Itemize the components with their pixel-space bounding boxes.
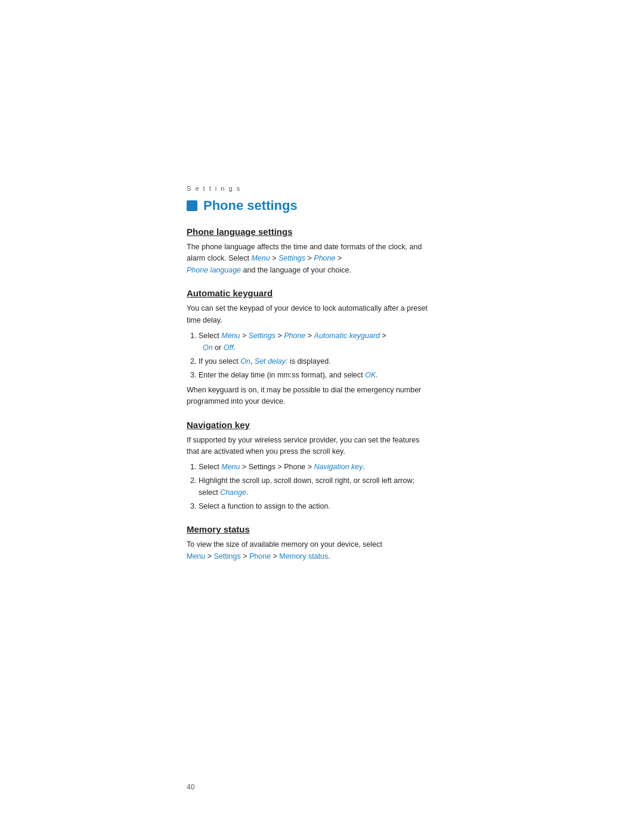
text-phone-3: Phone [284,463,305,471]
section-heading-keyguard: Automatic keyguard [187,288,431,298]
navigation-step-1: Select Menu > Settings > Phone > Navigat… [199,461,431,473]
link-phone-2[interactable]: Phone [284,332,305,340]
text-settings-3: Settings [249,463,275,471]
link-menu-2[interactable]: Menu [221,332,240,340]
navigation-step-3: Select a function to assign to the actio… [199,500,431,512]
link-on-2[interactable]: On [240,357,250,366]
link-phone-4[interactable]: Phone [249,552,271,561]
link-menu-1[interactable]: Menu [251,254,270,262]
content-area: S e t t i n g s Phone settings Phone lan… [187,185,431,574]
section-body-keyguard-intro: You can set the keypad of your device to… [187,303,431,326]
link-change[interactable]: Change [220,488,246,497]
link-automatic-keyguard[interactable]: Automatic keyguard [314,332,380,340]
keyguard-steps: Select Menu > Settings > Phone > Automat… [187,330,431,381]
section-phone-language: Phone language settings The phone langua… [187,227,431,276]
section-body-memory: To view the size of available memory on … [187,539,431,562]
link-settings-4[interactable]: Settings [214,552,241,561]
keyguard-step-1: Select Menu > Settings > Phone > Automat… [199,330,431,354]
keyguard-note: When keyguard is on, it may be possible … [187,385,431,408]
page: S e t t i n g s Phone settings Phone lan… [0,0,644,833]
section-heading-memory: Memory status [187,524,431,534]
title-icon [187,200,197,211]
page-title-container: Phone settings [187,198,431,213]
keyguard-step-2: If you select On, Set delay: is displaye… [199,355,431,367]
section-heading-phone-language: Phone language settings [187,227,431,237]
link-menu-3[interactable]: Menu [221,463,240,471]
section-memory-status: Memory status To view the size of availa… [187,524,431,562]
link-navigation-key[interactable]: Navigation key [314,463,363,471]
section-body-navigation-intro: If supported by your wireless service pr… [187,435,431,458]
link-on-1[interactable]: On [203,343,213,352]
link-set-delay[interactable]: Set delay: [255,357,288,366]
link-phone-language[interactable]: Phone language [187,266,241,274]
navigation-step-2: Highlight the scroll up, scroll down, sc… [199,475,431,498]
section-automatic-keyguard: Automatic keyguard You can set the keypa… [187,288,431,408]
page-title: Phone settings [203,198,298,213]
navigation-steps: Select Menu > Settings > Phone > Navigat… [187,461,431,512]
page-number: 40 [187,783,194,791]
keyguard-step-3: Enter the delay time (in mm:ss format), … [199,369,431,381]
link-phone-1[interactable]: Phone [314,254,335,262]
section-heading-navigation: Navigation key [187,420,431,430]
link-settings-2[interactable]: Settings [249,332,275,340]
link-menu-4[interactable]: Menu [187,552,205,561]
link-ok[interactable]: OK [365,371,376,379]
link-off-1[interactable]: Off [224,343,234,352]
section-body-phone-language: The phone language affects the time and … [187,241,431,276]
link-settings-1[interactable]: Settings [278,254,305,262]
section-navigation-key: Navigation key If supported by your wire… [187,420,431,513]
section-label: S e t t i n g s [187,185,431,192]
link-memory-status[interactable]: Memory status [279,552,328,561]
